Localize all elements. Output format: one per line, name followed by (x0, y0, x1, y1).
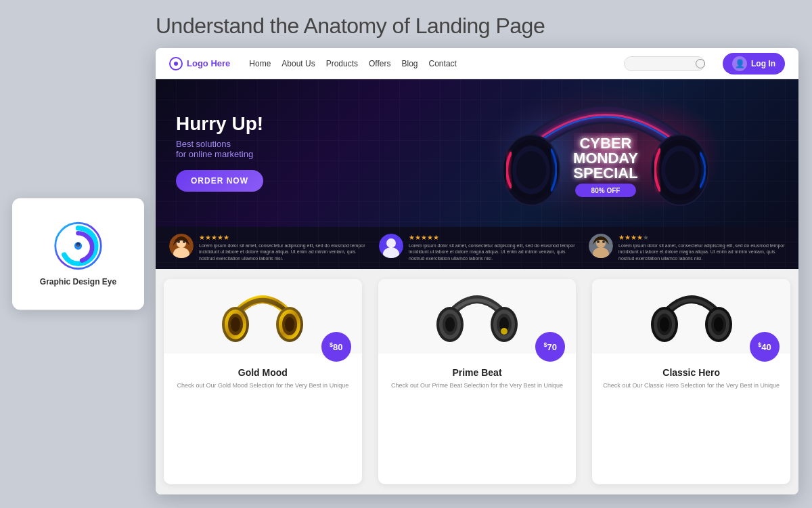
nav-home[interactable]: Home (249, 59, 271, 68)
product-name-prime: Prime Beat (388, 367, 567, 378)
logo-card: Graphic Design Eye (12, 198, 144, 310)
product-card-classic: $40 Classic Hero Check out Our Classic H… (592, 279, 790, 484)
svg-point-50 (501, 328, 508, 335)
order-now-button[interactable]: ORDER NOW (176, 170, 263, 192)
user-icon: 👤 (732, 56, 747, 71)
product-name-gold: Gold Mood (173, 367, 353, 378)
product-price-gold: $80 (321, 332, 351, 362)
products-section: $80 Gold Mood Check out Our Gold Mood Se… (156, 269, 798, 494)
nav-logo[interactable]: Logo Here (169, 57, 230, 70)
product-image-classic: $40 (592, 279, 790, 354)
product-desc-gold: Check out Our Gold Mood Selection for th… (173, 381, 353, 390)
navbar: Logo Here Home About Us Products Offers … (156, 48, 798, 79)
product-desc-prime: Check out Our Prime Beat Selection for t… (388, 381, 567, 390)
gde-logo-icon (53, 221, 104, 272)
svg-point-45 (445, 317, 455, 332)
nav-blog[interactable]: Blog (402, 59, 418, 68)
hero-section: Hurry Up! Best solutionsfor online marke… (156, 79, 798, 269)
svg-point-10 (516, 151, 546, 189)
svg-point-37 (231, 317, 240, 332)
nav-logo-text: Logo Here (187, 58, 230, 68)
product-price-classic: $40 (750, 332, 780, 362)
svg-text:SPECIAL: SPECIAL (573, 165, 637, 182)
product-image-prime: $70 (378, 279, 577, 354)
hero-text: Hurry Up! Best solutionsfor online marke… (176, 114, 263, 192)
hero-hurry-text: Hurry Up! (176, 114, 263, 135)
prime-headphone-img (433, 282, 521, 350)
login-button[interactable]: 👤 Log In (723, 53, 785, 75)
hero-subtitle: Best solutionsfor online marketing (176, 139, 263, 159)
product-card-gold-mood: $80 Gold Mood Check out Our Gold Mood Se… (164, 279, 362, 484)
search-icon (696, 59, 705, 68)
logo-circle (169, 57, 183, 70)
nav-links: Home About Us Products Offers Blog Conta… (249, 59, 457, 68)
svg-point-54 (660, 317, 669, 332)
svg-text:80% OFF: 80% OFF (591, 187, 621, 194)
main-content: Understand the Anatomy of Landing Page L… (156, 14, 798, 494)
product-desc-classic: Check out Our Classic Hero Selection for… (602, 381, 781, 390)
nav-about[interactable]: About Us (281, 59, 315, 68)
brand-logo-text: Graphic Design Eye (40, 277, 116, 288)
product-name-classic: Classic Hero (602, 367, 781, 378)
svg-point-58 (714, 317, 723, 332)
website-mockup: Logo Here Home About Us Products Offers … (156, 48, 798, 494)
nav-search-box[interactable] (624, 56, 705, 71)
nav-contact[interactable]: Contact (429, 59, 457, 68)
outer-container: Graphic Design Eye Understand the Anatom… (0, 0, 812, 508)
nav-products[interactable]: Products (326, 59, 358, 68)
classic-headphone-img (648, 282, 736, 350)
search-input[interactable] (631, 60, 692, 68)
svg-point-14 (665, 151, 695, 189)
nav-offers[interactable]: Offers (369, 59, 390, 68)
svg-point-41 (285, 317, 294, 332)
product-image-gold: $80 (164, 279, 362, 354)
page-title: Understand the Anatomy of Landing Page (156, 14, 798, 39)
hero-headphones-svg: CYBER MONDAY SPECIAL 80% OFF (464, 79, 748, 231)
gold-headphone-img (219, 282, 307, 350)
product-card-prime-beat: $70 Prime Beat Check out Our Prime Beat … (378, 279, 577, 484)
svg-point-3 (76, 242, 81, 248)
logo-dot (174, 62, 178, 66)
headphones-area: CYBER MONDAY SPECIAL 80% OFF (413, 79, 798, 227)
hero-main: Hurry Up! Best solutionsfor online marke… (156, 79, 798, 227)
